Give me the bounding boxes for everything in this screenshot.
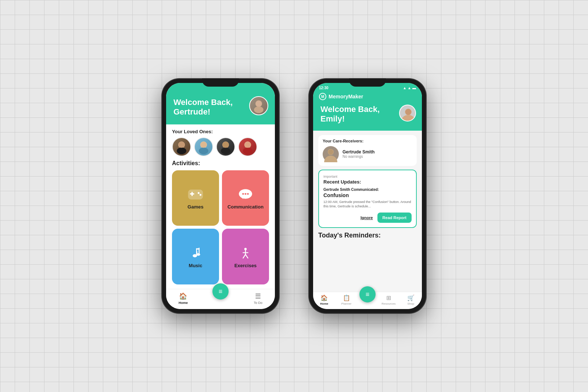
- phone-2: 12:30 ▲ ▲ ▬ M MemoryMaker Welcome Back, …: [309, 79, 426, 313]
- care-receivers-title: Your Care-Receivers:: [323, 139, 412, 143]
- emily-avatar[interactable]: [399, 105, 416, 121]
- svg-point-41: [324, 156, 337, 162]
- nav-todo-1[interactable]: ☰ To Do: [254, 292, 263, 305]
- notch-2: [349, 79, 386, 87]
- phones-container: Welcome Back, Gertrude!: [147, 64, 441, 328]
- care-receiver-name: Gertrude Smith: [343, 149, 374, 155]
- read-report-button[interactable]: Read Report: [377, 213, 412, 223]
- update-label: Important: [323, 175, 412, 178]
- status-icons: ▲ ▲ ▬: [403, 86, 416, 90]
- nav-home-2[interactable]: 🏠 Home: [315, 294, 333, 305]
- svg-line-33: [243, 254, 245, 258]
- care-receiver-row: Gertrude Smith No warnings: [323, 146, 412, 162]
- svg-point-2: [256, 101, 262, 107]
- svg-point-43: [328, 149, 333, 155]
- shop-icon: 🛒: [407, 294, 415, 301]
- fab-button-2[interactable]: ≡: [359, 286, 376, 302]
- phone2-body: Your Care-Receivers: Gertrude Smith No w…: [313, 131, 422, 292]
- communication-label: Communication: [227, 204, 263, 210]
- todo-icon-1: ☰: [255, 292, 261, 300]
- loved-one-4[interactable]: [238, 137, 257, 156]
- phone2-screen: 12:30 ▲ ▲ ▬ M MemoryMaker Welcome Back, …: [313, 83, 422, 309]
- svg-text:M: M: [321, 95, 324, 99]
- games-card[interactable]: Games: [172, 170, 219, 226]
- loved-ones-row: [172, 137, 269, 156]
- care-info: Gertrude Smith No warnings: [343, 149, 374, 159]
- resources-icon: ⊞: [386, 294, 391, 301]
- update-description: 12:00 AM, Gertrude pressed the "Confusio…: [323, 200, 412, 209]
- loved-one-3[interactable]: [216, 137, 235, 156]
- battery-icon: ▬: [412, 86, 416, 90]
- svg-point-14: [245, 142, 251, 148]
- phone2-bottom-nav: ≡ 🏠 Home 📋 Planner ⊞ Resources 🛒 Sho: [313, 292, 422, 309]
- app-logo: M: [319, 93, 326, 100]
- phone1-bottom-nav: ≡ 🏠 Home ☰ To Do: [166, 289, 275, 309]
- nav-shop-2[interactable]: 🛒 Shop: [402, 294, 420, 305]
- loved-ones-title: Your Loved Ones:: [172, 129, 269, 134]
- loved-one-1[interactable]: [172, 137, 191, 156]
- todays-reminders-title: Today's Reminders:: [318, 232, 417, 239]
- app-name: MemoryMaker: [329, 94, 363, 99]
- svg-point-13: [243, 148, 252, 154]
- svg-point-4: [177, 148, 186, 154]
- phone1-screen: Welcome Back, Gertrude!: [166, 83, 275, 309]
- activities-title: Activities:: [172, 160, 269, 167]
- update-actions: Ignore Read Report: [323, 213, 412, 223]
- activities-grid: Games Communication: [172, 170, 269, 284]
- phone2-app-bar: M MemoryMaker: [313, 91, 422, 102]
- phone-1: Welcome Back, Gertrude!: [162, 79, 279, 313]
- svg-point-18: [198, 192, 200, 194]
- update-communicator: Gertrude Smith Communicated:: [323, 188, 412, 192]
- svg-point-23: [245, 193, 247, 195]
- communication-card[interactable]: Communication: [222, 170, 269, 226]
- nav-home-1[interactable]: 🏠 Home: [179, 292, 188, 305]
- phone1-body: Your Loved Ones:: [166, 124, 275, 289]
- svg-point-8: [201, 142, 207, 148]
- music-icon: [187, 247, 204, 260]
- home-icon-2: 🏠: [320, 294, 328, 301]
- update-event: Confusion: [323, 192, 412, 198]
- svg-point-7: [199, 148, 208, 154]
- svg-line-34: [245, 254, 248, 258]
- exercises-card[interactable]: Exercises: [222, 229, 269, 284]
- svg-rect-17: [191, 192, 193, 196]
- communication-icon: [237, 188, 254, 201]
- svg-point-1: [254, 106, 263, 113]
- music-label: Music: [189, 263, 202, 268]
- gertrude-avatar[interactable]: [249, 96, 268, 115]
- ignore-button[interactable]: Ignore: [361, 215, 373, 220]
- svg-point-19: [200, 194, 201, 196]
- exercises-label: Exercises: [234, 263, 257, 268]
- loved-ones-section: Your Loved Ones:: [172, 129, 269, 156]
- svg-point-22: [242, 193, 244, 195]
- update-card: Important Recent Updates: Gertrude Smith…: [318, 170, 417, 228]
- care-receiver-status: No warnings: [343, 155, 374, 159]
- games-label: Games: [187, 204, 203, 210]
- wifi-icon: ▲: [408, 86, 411, 90]
- phone2-header: Welcome Back, Emily!: [313, 102, 422, 131]
- gertrude-care-avatar[interactable]: [323, 146, 339, 162]
- phone1-header: Welcome Back, Gertrude!: [166, 83, 275, 124]
- nav-planner-2[interactable]: 📋 Planner: [337, 294, 356, 305]
- nav-resources-2[interactable]: ⊞ Resources: [379, 294, 398, 305]
- svg-point-24: [247, 193, 249, 195]
- svg-point-40: [405, 109, 411, 115]
- home-icon-1: 🏠: [179, 292, 187, 300]
- svg-point-5: [179, 142, 185, 148]
- status-time: 12:30: [319, 86, 329, 90]
- notch-1: [202, 79, 239, 87]
- exercises-icon: [237, 247, 254, 260]
- update-title: Recent Updates:: [323, 179, 412, 185]
- svg-rect-27: [196, 248, 200, 249]
- svg-point-10: [221, 148, 230, 154]
- svg-point-28: [193, 254, 197, 257]
- svg-point-11: [223, 142, 229, 148]
- music-card[interactable]: Music: [172, 229, 219, 284]
- loved-one-2[interactable]: [194, 137, 213, 156]
- svg-rect-30: [197, 251, 198, 255]
- care-receivers-section: Your Care-Receivers: Gertrude Smith No w…: [318, 135, 417, 166]
- games-icon: [187, 188, 204, 201]
- fab-button-1[interactable]: ≡: [212, 283, 229, 300]
- planner-icon: 📋: [343, 294, 350, 301]
- signal-icon: ▲: [403, 86, 406, 90]
